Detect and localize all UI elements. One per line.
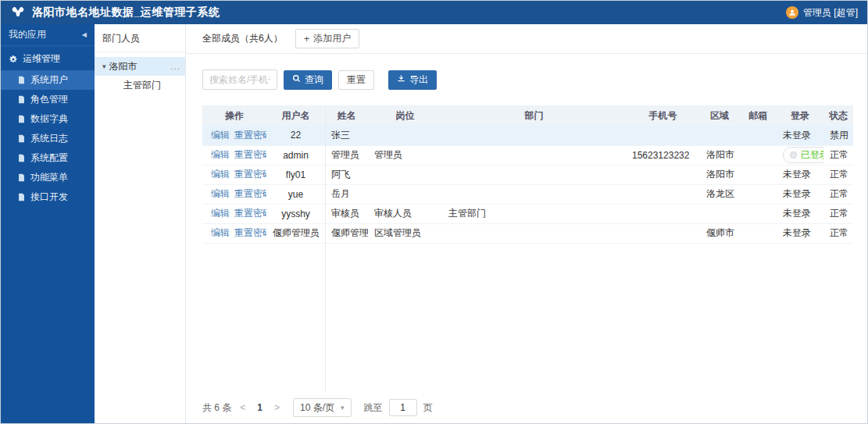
sidebar-group-ops[interactable]: 运维管理	[1, 46, 95, 70]
cell-login: 未登录	[777, 165, 823, 184]
column-header: 姓名	[325, 105, 368, 126]
column-header: 手机号	[626, 105, 700, 126]
edit-link[interactable]: 编辑	[211, 227, 230, 238]
add-user-label: 添加用户	[313, 32, 351, 45]
file-icon	[17, 95, 26, 104]
next-page-button[interactable]: >	[272, 402, 282, 413]
sidebar-item-label: 角色管理	[30, 93, 68, 106]
cell-region: 洛龙区	[700, 184, 739, 204]
toggle-dot-icon	[790, 151, 797, 159]
sidebar-item[interactable]: 系统用户	[1, 70, 95, 90]
reset-password-link[interactable]: 重置密码	[234, 169, 266, 180]
edit-link[interactable]: 编辑	[211, 169, 230, 180]
cell-phone	[626, 165, 700, 184]
sidebar-item[interactable]: 角色管理	[1, 90, 95, 109]
query-label: 查询	[305, 73, 323, 87]
table-row: 编辑重置密码删除 yue 岳月 洛龙区 未登录 正常	[202, 184, 853, 204]
cell-phone	[626, 184, 700, 204]
cell-username: 22	[266, 126, 325, 145]
login-badge: 未登录	[783, 168, 811, 181]
tree-node-label: 主管部门	[123, 79, 161, 92]
chevron-down-icon: ▾	[341, 404, 345, 412]
sidebar-item[interactable]: 系统配置	[1, 148, 95, 168]
cell-status: 正常	[823, 145, 853, 165]
app-title: 洛阳市地名地址数据_运维管理子系统	[32, 5, 220, 20]
export-button[interactable]: 导出	[388, 70, 437, 90]
tree-node-label: 洛阳市	[109, 60, 138, 73]
tree-node-child[interactable]: 主管部门	[95, 76, 185, 94]
user-table: 操作用户名姓名岗位部门手机号区域邮箱登录状态 编辑重置密码删除 22 张三 未登…	[202, 105, 853, 244]
user-menu[interactable]: 管理员 [超管]	[786, 6, 858, 20]
cell-post: 审核人员	[368, 204, 442, 223]
reset-password-link[interactable]: 重置密码	[234, 188, 266, 199]
tree-node-root[interactable]: ▾ 洛阳市 ...	[95, 57, 185, 76]
cell-email	[739, 126, 777, 145]
cell-name: 审核员	[325, 204, 368, 223]
cell-name: 管理员	[325, 145, 368, 165]
jump-label: 跳至	[364, 401, 383, 415]
login-text: 未登录	[783, 207, 811, 220]
cell-region	[700, 126, 739, 145]
pagination: 共 6 条 < 1 > 10 条/页 ▾ 跳至 页	[186, 392, 867, 423]
dept-panel-title: 部门人员	[95, 24, 185, 52]
reset-password-link[interactable]: 重置密码	[234, 208, 266, 219]
column-header: 部门	[442, 105, 626, 126]
login-badge: 已登录	[783, 147, 823, 163]
reset-password-link[interactable]: 重置密码	[234, 149, 266, 160]
table-row: 编辑重置密码删除 yysshy 审核员 审核人员 主管部门 未登录 正常	[202, 204, 853, 223]
cell-post: 区域管理员	[368, 223, 442, 243]
reset-password-link[interactable]: 重置密码	[234, 130, 266, 141]
sidebar-item[interactable]: 功能菜单	[1, 168, 95, 187]
sidebar-item-label: 数据字典	[30, 112, 68, 126]
my-apps-header: 我的应用 ◀	[1, 24, 95, 46]
edit-link[interactable]: 编辑	[211, 130, 230, 141]
jump-page-input[interactable]	[389, 399, 417, 416]
login-badge: 未登录	[783, 187, 811, 201]
edit-link[interactable]: 编辑	[211, 208, 230, 219]
sidebar-group-label: 运维管理	[23, 52, 60, 66]
column-header: 区域	[700, 105, 739, 126]
app-body: 我的应用 ◀ 运维管理 系统用户角色管理数据字典系统日志系统配置功能菜单接口开发…	[1, 24, 867, 423]
edit-link[interactable]: 编辑	[211, 188, 230, 199]
page-size-select[interactable]: 10 条/页 ▾	[293, 398, 352, 417]
sidebar-item[interactable]: 接口开发	[1, 187, 95, 207]
column-header: 状态	[823, 105, 853, 126]
table-row: 编辑重置密码删除 偃师管理员 偃师管理员 区域管理员 偃师市 未登录 正常	[202, 223, 853, 243]
cell-status: 禁用	[823, 126, 853, 145]
column-header: 登录	[777, 105, 823, 126]
search-input[interactable]	[202, 69, 277, 90]
cell-login: 未登录	[777, 184, 823, 204]
cell-name: 岳月	[325, 184, 368, 204]
table-row: 编辑重置密码删除 22 张三 未登录 禁用	[202, 126, 853, 145]
sidebar-item[interactable]: 数据字典	[1, 109, 95, 129]
login-badge: 未登录	[783, 207, 811, 220]
current-page[interactable]: 1	[254, 402, 266, 413]
login-text: 未登录	[783, 187, 811, 201]
sidebar-item[interactable]: 系统日志	[1, 129, 95, 148]
avatar-icon	[786, 6, 798, 19]
cell-email	[739, 223, 777, 243]
cell-name: 张三	[325, 126, 368, 145]
collapse-sidebar-icon[interactable]: ◀	[82, 31, 87, 38]
cell-username: yue	[266, 184, 325, 204]
edit-link[interactable]: 编辑	[211, 149, 230, 160]
more-icon[interactable]: ...	[170, 61, 180, 72]
add-user-button[interactable]: + 添加用户	[295, 29, 360, 48]
reset-password-link[interactable]: 重置密码	[234, 227, 266, 238]
file-icon	[17, 76, 26, 84]
cell-phone	[626, 204, 700, 223]
cell-region: 洛阳市	[700, 165, 739, 184]
cell-dept: 主管部门	[442, 204, 626, 223]
query-button[interactable]: 查询	[284, 70, 332, 90]
plus-icon: +	[304, 34, 310, 44]
reset-button[interactable]: 重置	[338, 70, 374, 90]
cell-dept	[442, 126, 626, 145]
caret-down-icon[interactable]: ▾	[102, 62, 106, 70]
cell-region: 偃师市	[700, 223, 739, 243]
cell-login: 未登录	[777, 223, 823, 243]
login-text: 未登录	[783, 129, 811, 142]
cell-post	[368, 184, 442, 204]
cell-email	[739, 145, 777, 165]
sidebar-item-label: 功能菜单	[30, 171, 68, 184]
prev-page-button[interactable]: <	[238, 402, 248, 413]
